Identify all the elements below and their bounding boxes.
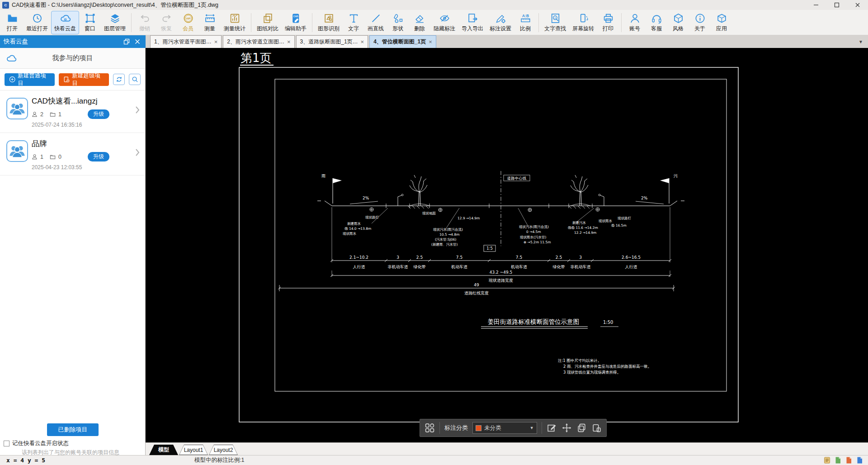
toolbar-item-screen-rotate[interactable]: 屏幕旋转 xyxy=(569,11,597,34)
tab-drawing-1[interactable]: 1、雨污水管道平面图…× xyxy=(150,35,222,48)
cube-icon xyxy=(673,13,684,24)
category-select[interactable]: 未分类 ▼ xyxy=(472,422,537,434)
tab-close-icon[interactable]: × xyxy=(287,38,291,45)
project-date: 2025-04-23 12:03:55 xyxy=(32,164,145,171)
panel-close-icon[interactable] xyxy=(133,37,142,46)
toolbar-item-text-search[interactable]: 文字查找 xyxy=(541,11,569,34)
note-icon[interactable] xyxy=(823,456,831,464)
cad-text: 道路中心线 xyxy=(507,176,527,180)
tab-drawing-4[interactable]: 4、管位横断面图_1页× xyxy=(369,35,436,48)
sheet-green-icon[interactable] xyxy=(834,456,842,464)
new-super-project-button[interactable]: 新建超级项目 xyxy=(59,73,109,86)
chevron-right-icon[interactable] xyxy=(135,148,140,157)
copy-annotation-icon[interactable] xyxy=(576,422,587,433)
layers-icon xyxy=(109,13,121,24)
toolbar-item-import-export[interactable]: 导入导出 xyxy=(458,11,486,34)
tab-label: 2、雨污水管道立面图… xyxy=(227,38,284,46)
paste-annotation-icon[interactable] xyxy=(591,422,602,433)
search-icon xyxy=(132,76,138,83)
cad-text: 0 →4.5m xyxy=(526,230,541,234)
toolbar-item-undo[interactable]: 撤销 xyxy=(134,11,156,34)
tab-close-icon[interactable]: × xyxy=(214,38,218,45)
move-annotation-icon[interactable] xyxy=(561,422,572,433)
toolbar-item-draw-line[interactable]: 画直线 xyxy=(364,11,387,34)
dim-label: 机动车道 xyxy=(451,265,467,269)
tab-close-icon[interactable]: × xyxy=(361,38,364,45)
toolbar-item-measure[interactable]: 测量 xyxy=(199,11,221,34)
minimize-button[interactable] xyxy=(806,0,826,10)
toolbar-item-text[interactable]: 文字 xyxy=(343,11,364,34)
project-row-1[interactable]: CAD快速看...iangzj 2 1 升级 2025-07-24 16:35:… xyxy=(0,90,145,133)
cloud-drive-sidebar: 我参与的项目 新建普通项目 新建超级项目 CAD快速看...iangzj 2 1… xyxy=(0,48,146,455)
user-icon xyxy=(629,13,641,24)
toolbar-item-window[interactable]: 窗口 xyxy=(79,11,101,34)
toolbar-item-account[interactable]: 账号 xyxy=(624,11,646,34)
toolbar-item-recent[interactable]: 最近打开 xyxy=(23,11,51,34)
member-count: 2 xyxy=(40,111,43,118)
toolbar-label: 隐藏标注 xyxy=(434,25,455,33)
open-icon xyxy=(7,13,18,24)
toolbar-item-measure-stats[interactable]: 测量统计 xyxy=(221,11,249,34)
toolbar-item-annotation-settings[interactable]: 标注设置 xyxy=(486,11,514,34)
toolbar-separator xyxy=(312,13,312,32)
sheet-red-icon[interactable] xyxy=(845,456,853,464)
upgrade-button[interactable]: 升级 xyxy=(88,152,109,161)
remember-checkbox[interactable] xyxy=(4,441,9,446)
deleted-projects-button[interactable]: 已删除项目 xyxy=(47,423,99,436)
search-projects-button[interactable] xyxy=(129,74,141,85)
new-normal-project-button[interactable]: 新建普通项目 xyxy=(5,73,55,86)
cad-text: ⑮ 16.5m xyxy=(611,223,627,228)
upgrade-button[interactable]: 升级 xyxy=(88,109,109,119)
dim-redline-label: 道路红线宽度 xyxy=(464,291,489,295)
refresh-projects-button[interactable] xyxy=(113,74,125,85)
toolbar-label: 测量统计 xyxy=(224,25,245,33)
cad-text: ⑭ 14.0 →13.8m xyxy=(344,227,371,231)
stats-icon xyxy=(229,13,241,24)
toolbar-item-cloud[interactable]: 快看云盘 xyxy=(51,11,79,34)
category-grid-icon[interactable] xyxy=(425,422,435,433)
toolbar-item-shape-recognition[interactable]: 图形识别 xyxy=(315,11,343,34)
toolbar-item-redo[interactable]: 恢复 xyxy=(156,11,177,34)
tab-list-dropdown[interactable]: ▼ xyxy=(856,38,865,46)
category-color-swatch xyxy=(476,425,481,431)
files-icon xyxy=(50,154,56,160)
toolbar-separator xyxy=(131,13,132,32)
toolbar-item-vip[interactable]: 会员 xyxy=(177,11,199,34)
edit-annotation-icon[interactable] xyxy=(547,422,557,433)
text-icon xyxy=(348,13,359,24)
toolbar-item-support[interactable]: 客服 xyxy=(646,11,667,34)
cad-text: 新建雨水 xyxy=(347,222,361,226)
toolbar-item-about[interactable]: 关于 xyxy=(689,11,711,34)
project-row-2[interactable]: 品牌 1 0 升级 2025-04-23 12:03:55 xyxy=(0,133,145,176)
tab-close-icon[interactable]: × xyxy=(429,38,432,45)
toolbar-item-delete[interactable]: 删除 xyxy=(409,11,430,34)
cursor-coordinates: x = 4 y = 5 xyxy=(6,457,45,464)
toolbar-item-layers[interactable]: 图层管理 xyxy=(101,11,129,34)
toolbar-separator xyxy=(251,13,251,32)
maximize-button[interactable] xyxy=(826,0,847,10)
chevron-right-icon[interactable] xyxy=(135,106,140,114)
cad-canvas[interactable]: 第1页 雨 污 2% 2% xyxy=(146,48,868,442)
sheet-blue-icon[interactable] xyxy=(856,456,863,464)
tab-layout1[interactable]: Layout1 xyxy=(179,445,208,455)
toolbar-item-open[interactable]: 打开 xyxy=(1,11,23,34)
toolbar-item-print[interactable]: 打印 xyxy=(597,11,619,34)
toolbar-item-style[interactable]: 风格 xyxy=(667,11,689,34)
toolbar-item-scale[interactable]: 比例 xyxy=(514,11,536,34)
toolbar-item-compare[interactable]: 图纸对比 xyxy=(254,11,282,34)
cad-text: 10.5 →4.8m xyxy=(439,232,460,237)
button-label: 新建普通项目 xyxy=(18,72,50,87)
panel-float-icon[interactable] xyxy=(122,37,131,46)
dim-value: 7.5 xyxy=(516,255,522,260)
toolbar-item-edit-assistant[interactable]: 编辑助手 xyxy=(282,11,310,34)
compare-icon xyxy=(262,13,274,24)
dim-value: 3 xyxy=(396,255,399,260)
tab-model[interactable]: 模型 xyxy=(149,445,178,455)
toolbar-item-hide-annotations[interactable]: 隐藏标注 xyxy=(430,11,458,34)
toolbar-item-apps[interactable]: 应用 xyxy=(711,11,732,34)
tab-drawing-2[interactable]: 2、雨污水管道立面图…× xyxy=(223,35,294,48)
tab-drawing-3[interactable]: 3、道路纵断面图_1页…× xyxy=(296,35,368,48)
tab-layout2[interactable]: Layout2 xyxy=(209,445,238,455)
toolbar-item-shapes[interactable]: 形状 xyxy=(387,11,409,34)
close-button[interactable] xyxy=(847,0,868,10)
